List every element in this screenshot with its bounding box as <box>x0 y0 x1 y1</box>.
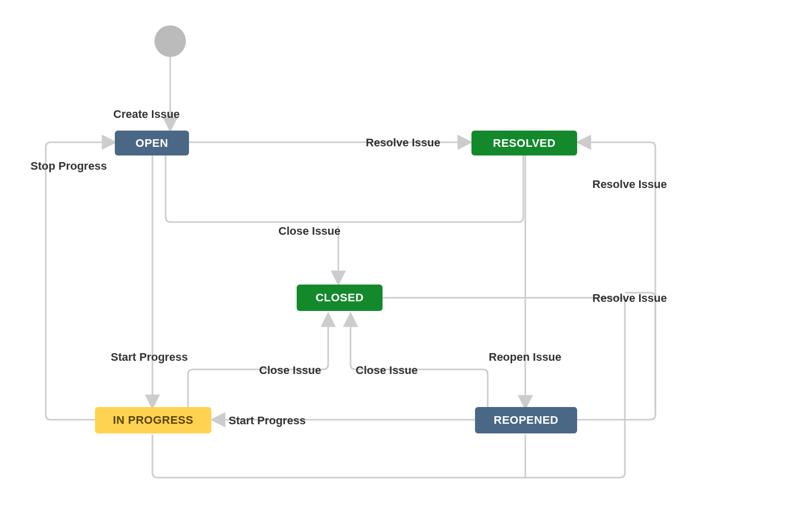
edge-resolve-issue-open: Resolve Issue <box>366 136 440 149</box>
state-in-progress: IN PROGRESS <box>95 407 211 433</box>
edge-close-issue-top: Close Issue <box>278 225 340 238</box>
start-node <box>154 25 186 57</box>
edge-close-issue-inprogress: Close Issue <box>259 364 321 377</box>
workflow-diagram: OPEN RESOLVED CLOSED IN PROGRESS REOPENE… <box>0 0 791 532</box>
connectors-layer <box>0 0 791 532</box>
state-closed: CLOSED <box>297 285 383 311</box>
edge-resolve-issue-inprogress: Resolve Issue <box>592 292 667 305</box>
state-label: REOPENED <box>494 414 558 427</box>
edge-close-issue-reopened: Close Issue <box>356 364 418 377</box>
edge-reopen-issue: Reopen Issue <box>489 351 561 364</box>
edge-stop-progress: Stop Progress <box>30 160 107 173</box>
state-open: OPEN <box>115 131 189 155</box>
edge-create-issue: Create Issue <box>113 108 180 121</box>
state-label: IN PROGRESS <box>113 414 193 427</box>
state-resolved: RESOLVED <box>471 131 577 155</box>
state-label: CLOSED <box>315 291 364 304</box>
state-reopened: REOPENED <box>475 407 577 433</box>
edge-start-progress-open: Start Progress <box>111 351 188 364</box>
state-label: RESOLVED <box>493 137 555 150</box>
edge-start-progress-reopened: Start Progress <box>229 414 306 427</box>
edge-resolve-issue-reopened: Resolve Issue <box>592 178 667 191</box>
state-label: OPEN <box>136 137 168 150</box>
